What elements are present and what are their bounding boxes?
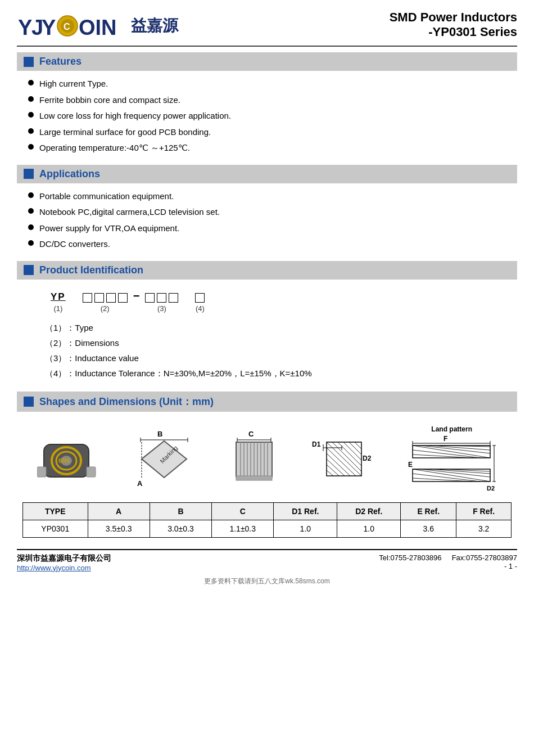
svg-line-72 — [413, 478, 472, 482]
footer-right: Tel:0755-27803896 Fax:0755-27803897 - 1 … — [379, 554, 517, 570]
table-col-b: B — [150, 502, 211, 520]
svg-line-60 — [413, 446, 490, 458]
table-cell-e: 3.6 — [401, 520, 456, 537]
list-item: Power supply for VTR,OA equipment. — [28, 222, 517, 235]
svg-text:E: E — [408, 461, 413, 469]
svg-rect-11 — [37, 467, 46, 477]
applications-list: Portable communication equipment. Notebo… — [17, 188, 517, 256]
svg-text:Y: Y — [18, 16, 32, 39]
list-item: High current Type. — [28, 78, 517, 91]
svg-text:6R8: 6R8 — [58, 457, 70, 464]
shapes-section-header: Shapes and Dimensions (Unit：mm) — [17, 392, 517, 412]
svg-line-65 — [413, 454, 473, 458]
table-row: YP0301 3.5±0.3 3.0±0.3 1.1±0.3 1.0 1.0 3… — [23, 520, 512, 537]
id-desc-1: （1）：Type — [39, 323, 506, 334]
footer-tel: Tel:0755-27803896 — [379, 554, 441, 562]
id-desc-4: （4）：Inductance Tolerance：N=±30%,M=±20%，L… — [39, 368, 506, 379]
svg-line-51 — [327, 465, 339, 476]
shapes-blue-square — [24, 397, 34, 407]
id-desc-2: （2）：Dimensions — [39, 338, 506, 349]
list-item: Large terminal surface for good PCB bond… — [28, 126, 517, 139]
applications-section-header: Applications — [17, 165, 517, 183]
table-cell-type: YP0301 — [23, 520, 88, 537]
pn-group-1: YP (1) — [51, 291, 66, 313]
features-list: High current Type. Ferrite bobbin core a… — [17, 75, 517, 160]
product-id-blue-square — [24, 265, 34, 275]
pn-box — [118, 293, 128, 303]
product-title-line1: SMD Power Inductors — [390, 10, 517, 25]
features-title: Features — [39, 56, 82, 68]
table-col-d1: D1 Ref. — [274, 502, 337, 520]
footer-bottom: 更多资料下载请到五八文库wk.58sms.com — [17, 577, 517, 586]
svg-text:D2: D2 — [487, 485, 495, 492]
svg-text:Y: Y — [42, 16, 56, 39]
pn-label-1: (1) — [53, 304, 62, 313]
list-item: Notebook PC,digital carmera,LCD televisi… — [28, 206, 517, 219]
svg-text:B: B — [157, 430, 162, 438]
d1d2-view-diagram: D1 — [311, 430, 373, 489]
pn-label-3: (3) — [157, 304, 166, 313]
table-cell-d2: 1.0 — [337, 520, 401, 537]
page-number: - 1 - — [379, 562, 517, 570]
bullet-dot — [28, 144, 34, 150]
inductor-svg: 6R8 — [37, 434, 96, 484]
bullet-dot — [28, 96, 34, 102]
pn-box — [83, 293, 92, 303]
footer-contact: Tel:0755-27803896 Fax:0755-27803897 — [379, 554, 517, 562]
pn-label-4: (4) — [196, 304, 205, 313]
top-view-diagram: B Marking A — [130, 430, 198, 489]
applications-blue-square — [24, 169, 34, 179]
svg-line-48 — [327, 448, 356, 476]
table-col-type: TYPE — [23, 502, 88, 520]
list-item: Portable communication equipment. — [28, 190, 517, 203]
company-name: 深圳市益嘉源电子有限公司 — [17, 554, 111, 564]
table-col-a: A — [88, 502, 150, 520]
bullet-dot — [28, 128, 34, 134]
table-cell-b: 3.0±0.3 — [150, 520, 211, 537]
logo-area: Y J Y C OIN 益嘉源 — [17, 10, 178, 41]
pn-group-2: (2) — [83, 293, 128, 313]
product-title-line2: -YP0301 Series — [390, 25, 517, 39]
top-view-svg: B Marking A — [130, 430, 198, 489]
table-col-d2: D2 Ref. — [337, 502, 401, 520]
pn-dash: − — [133, 290, 140, 303]
pn-group-4: (4) — [195, 293, 205, 313]
svg-line-46 — [349, 442, 361, 454]
list-item: Low core loss for high frequency power a… — [28, 110, 517, 123]
side-view-svg: C — [232, 430, 277, 489]
footer-fax: Fax:0755-27803897 — [452, 554, 517, 562]
table-cell-d1: 1.0 — [274, 520, 337, 537]
pn-boxes-3 — [145, 293, 178, 303]
product-id-title: Product Identification — [39, 264, 143, 276]
bullet-dot — [28, 80, 34, 86]
table-cell-a: 3.5±0.3 — [88, 520, 150, 537]
id-desc-3: （3）：Inductance value — [39, 353, 506, 364]
pn-box — [94, 293, 104, 303]
bullet-dot — [28, 224, 34, 230]
svg-text:C: C — [248, 430, 254, 438]
pn-box — [145, 293, 155, 303]
list-item: Ferrite bobbin core and compact size. — [28, 94, 517, 107]
header-title: SMD Power Inductors -YP0301 Series — [390, 10, 517, 39]
table-cell-c: 1.1±0.3 — [212, 520, 274, 537]
footer: 深圳市益嘉源电子有限公司 http://www.yjycoin.com Tel:… — [17, 549, 517, 572]
svg-line-50 — [327, 459, 345, 476]
list-item: Operating temperature:-40℃ ～+125℃. — [28, 142, 517, 155]
pn-yp: YP — [51, 291, 66, 303]
pn-box — [169, 293, 178, 303]
bullet-dot — [28, 192, 34, 198]
table-col-f: F Ref. — [456, 502, 512, 520]
website-link[interactable]: http://www.yjycoin.com — [17, 564, 111, 572]
land-pattern-svg: F E — [407, 434, 497, 493]
land-pattern-label: Land pattern — [431, 425, 472, 433]
svg-text:A: A — [137, 479, 143, 488]
part-number-diagram: YP (1) (2) − — [39, 290, 506, 313]
bullet-dot — [28, 112, 34, 118]
dimensions-table: TYPE A B C D1 Ref. D2 Ref. E Ref. F Ref.… — [22, 502, 512, 538]
pn-boxes-4 — [83, 293, 128, 303]
features-blue-square — [24, 57, 34, 67]
features-section-header: Features — [17, 52, 517, 71]
pn-boxes-1 — [195, 293, 205, 303]
table-col-c: C — [212, 502, 274, 520]
svg-rect-12 — [87, 467, 96, 477]
